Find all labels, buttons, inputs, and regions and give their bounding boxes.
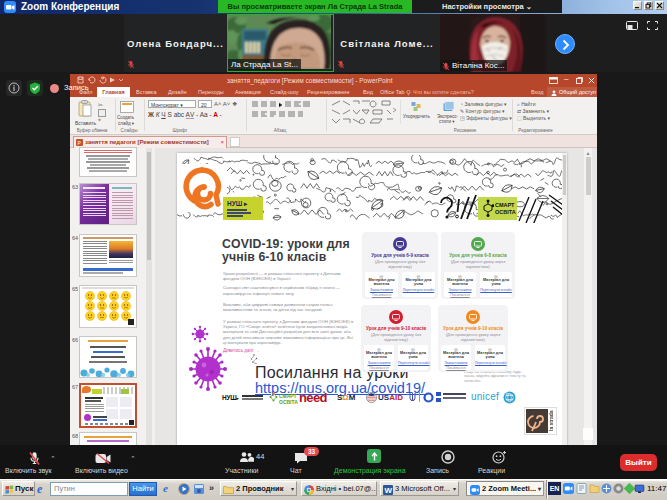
svg-text:W: W [385,486,393,495]
